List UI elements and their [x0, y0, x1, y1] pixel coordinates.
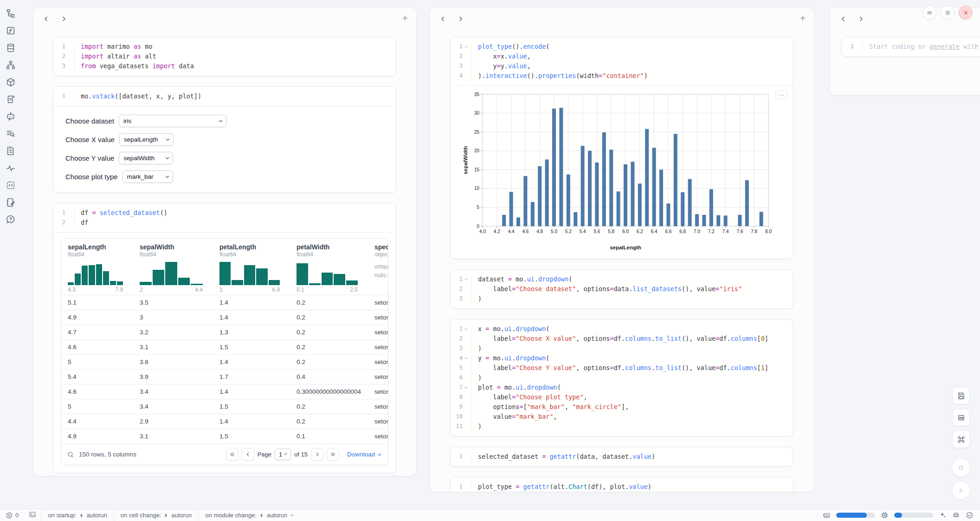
token: (: [546, 325, 549, 332]
chart-actions-button[interactable]: ⋯: [775, 91, 787, 99]
table-row[interactable]: 4.93.11.50.1setosa: [61, 429, 388, 443]
terminal-button[interactable]: [24, 511, 41, 520]
panel-next-button[interactable]: [855, 13, 866, 24]
table-row[interactable]: 53.41.50.2setosa: [61, 399, 388, 414]
tracing-icon[interactable]: [6, 163, 16, 173]
database-icon[interactable]: [6, 43, 16, 53]
add-cell-button[interactable]: [797, 13, 808, 24]
chevrons-right-icon: [329, 451, 336, 458]
next-page-button[interactable]: [311, 448, 323, 461]
code-editor[interactable]: 1mo.vstack([dataset, x, y, plot]): [53, 87, 396, 106]
gear-circle-button[interactable]: [941, 6, 954, 20]
panel-prev-button[interactable]: [40, 13, 52, 24]
table-row[interactable]: 4.931.40.2setosa: [61, 310, 388, 325]
fold-chevron-icon[interactable]: [464, 277, 469, 282]
column-histogram[interactable]: [68, 262, 123, 285]
code-editor[interactable]: 1plot_type = getattr(alt.Chart(df), plot…: [451, 477, 793, 492]
copilot-icon[interactable]: [952, 511, 960, 519]
code-line: 1selected_dataset = getattr(data, datase…: [451, 452, 793, 462]
dependency-graph-icon[interactable]: [6, 60, 16, 70]
table-row[interactable]: 4.63.41.40.30000000000000004setosa: [61, 384, 388, 399]
sparkles-icon[interactable]: [939, 511, 947, 519]
ai-chat-icon[interactable]: [6, 111, 16, 122]
code-line: 8 label="Choose plot type",: [451, 392, 793, 402]
search-icon[interactable]: [67, 451, 74, 458]
scratchpad-icon[interactable]: [6, 180, 16, 190]
dropdown: sepalWidth: [119, 152, 173, 164]
range-max: 6.9: [272, 287, 280, 293]
error-count-button[interactable]: 0: [0, 512, 24, 519]
table-column-header[interactable]: speciesobjectunique:nulls:: [368, 239, 388, 295]
code-editor[interactable]: 1x = mo.ui.dropdown(2 label="Choose X va…: [451, 319, 793, 436]
histogram-bar: [82, 266, 88, 285]
altair-bar-chart[interactable]: 4.04.24.44.64.85.05.25.45.65.86.06.26.46…: [461, 91, 782, 252]
fold-spacer: [66, 94, 71, 99]
cell-plot-type: 1plot_type = getattr(alt.Chart(df), plot…: [450, 477, 793, 492]
table-row[interactable]: 4.42.91.40.2setosa: [61, 414, 388, 429]
code-editor[interactable]: 1Start coding or generate with AI: [842, 37, 980, 56]
run-button[interactable]: [952, 481, 970, 500]
dropdown-select[interactable]: sepalLength: [119, 133, 174, 146]
snippets-icon[interactable]: [6, 94, 16, 104]
code-editor[interactable]: 1df = selected_dataset()2df: [53, 203, 396, 232]
panel-prev-button[interactable]: [437, 13, 448, 24]
dropdown-select[interactable]: mark_bar: [122, 170, 173, 183]
menu-circle-button[interactable]: [922, 6, 936, 20]
column-histogram[interactable]: [297, 262, 358, 285]
line-number: 5: [459, 363, 463, 373]
dropdown-select[interactable]: sepalWidth: [119, 152, 173, 164]
download-button[interactable]: Download: [347, 451, 382, 458]
fold-chevron-icon[interactable]: [464, 326, 469, 332]
first-page-button[interactable]: [226, 448, 239, 461]
column-histogram[interactable]: [140, 262, 203, 285]
table-column-header[interactable]: petalLengthfloat6416.9: [213, 239, 290, 295]
command-button[interactable]: [952, 430, 970, 448]
functions-icon[interactable]: [6, 26, 16, 36]
table-footer: 150 rows, 5 columnsPage1of 15Download: [61, 443, 388, 465]
runtime-config-item[interactable]: on module change:autorun: [198, 509, 301, 521]
close-circle-button[interactable]: [959, 6, 973, 20]
table-column-header[interactable]: petalWidthfloat640.12.5: [290, 239, 368, 295]
gutter: 3: [451, 344, 472, 353]
add-cell-button[interactable]: [400, 13, 411, 24]
bar-5.9: [617, 191, 620, 226]
table-column-header[interactable]: sepalWidthfloat6424.4: [133, 239, 213, 295]
table-row[interactable]: 5.13.51.40.2setosa: [61, 295, 388, 310]
dropdown-select[interactable]: iris: [119, 115, 226, 127]
save-button[interactable]: [952, 387, 970, 404]
document-icon[interactable]: [6, 146, 16, 156]
last-page-button[interactable]: [327, 448, 339, 461]
code-editor[interactable]: 1import marimo as mo2import altair as al…: [53, 37, 396, 76]
logs-icon[interactable]: [6, 129, 16, 139]
runtime-config-item[interactable]: on cell change:autorun: [114, 509, 199, 521]
layout-button[interactable]: [952, 409, 970, 426]
column-histogram[interactable]: [219, 262, 280, 285]
prev-page-button[interactable]: [242, 448, 254, 461]
notes-icon[interactable]: [6, 197, 16, 208]
range-max: 7.9: [115, 287, 123, 293]
table-row[interactable]: 53.61.40.2setosa: [61, 354, 388, 369]
table-row[interactable]: 4.63.11.50.2setosa: [61, 339, 388, 354]
panel-prev-button[interactable]: [838, 13, 849, 24]
fold-chevron-icon[interactable]: [464, 356, 469, 361]
page-select[interactable]: 1: [275, 449, 291, 460]
table-column-header[interactable]: sepalLengthfloat644.37.9: [61, 239, 133, 295]
table-row[interactable]: 5.43.91.70.4setosa: [61, 369, 388, 384]
stop-button[interactable]: [952, 458, 970, 477]
panel-next-button[interactable]: [455, 13, 466, 24]
help-icon[interactable]: [6, 215, 16, 225]
gutter: 10: [451, 412, 472, 422]
code-editor[interactable]: 1selected_dataset = getattr(data, datase…: [451, 447, 793, 466]
code-editor[interactable]: 1plot_type().encode(2 x=x.value,3 y=y.va…: [451, 37, 793, 85]
check-circle-icon[interactable]: [966, 511, 974, 519]
package-icon[interactable]: [6, 77, 16, 87]
file-tree-icon[interactable]: [6, 8, 16, 19]
cell-output: sepalLengthfloat644.37.9sepalWidthfloat6…: [53, 233, 396, 473]
fold-chevron-icon[interactable]: [464, 385, 469, 390]
table-row[interactable]: 4.73.21.30.2setosa: [61, 325, 388, 339]
token: (alt.: [549, 483, 568, 490]
runtime-config-item[interactable]: on startup:autorun: [41, 509, 114, 521]
panel-next-button[interactable]: [58, 13, 69, 24]
code-editor[interactable]: 1dataset = mo.ui.dropdown(2 label="Choos…: [451, 270, 793, 308]
fold-chevron-icon[interactable]: [464, 44, 469, 49]
